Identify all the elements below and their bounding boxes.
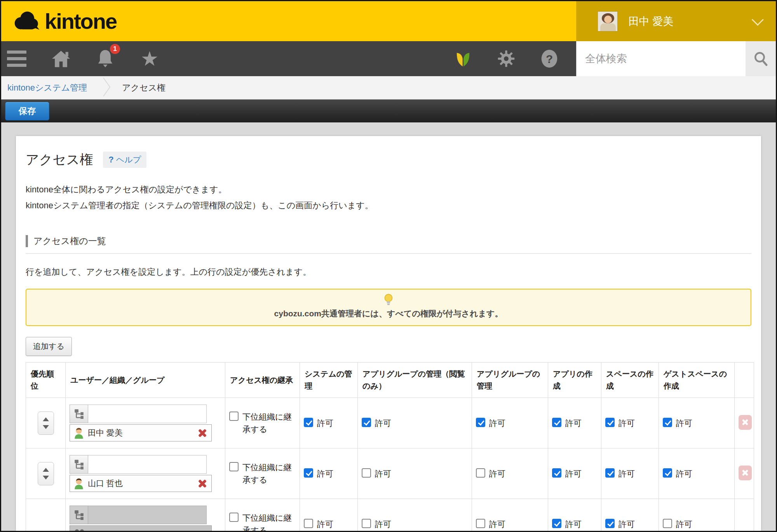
save-button[interactable]: 保存 (5, 102, 49, 120)
section-heading: アクセス権の一覧 (26, 235, 751, 254)
app-create-checkbox[interactable] (552, 519, 561, 528)
search-button[interactable] (746, 41, 776, 76)
table-row: 山口 哲也 下位組織に継承する 許可 許可 許可 (26, 448, 754, 499)
inherit-checkline: 下位組織に継承する (229, 512, 296, 531)
settings-card: アクセス権 ? ヘルプ kintone全体に関わるアクセス権の設定ができます。 … (16, 136, 761, 531)
app-header: kintone 田中 愛美 (1, 1, 776, 41)
search-icon (753, 51, 768, 66)
system-admin-checkbox[interactable] (304, 418, 313, 427)
inherit-checkline: 下位組織に継承する (229, 461, 296, 486)
col-inheritance: アクセス権の継承 (225, 363, 300, 398)
org-select-button[interactable] (70, 455, 88, 474)
user-name: 田中 愛美 (629, 14, 674, 28)
chevron-down-icon (752, 14, 764, 26)
table-row: Everyone 下位組織に継承する 許可 許可 許可 許可 (26, 499, 754, 531)
inherit-checkbox[interactable] (229, 462, 239, 471)
app-group-view-checkbox[interactable] (362, 468, 371, 478)
member-search-input-disabled (88, 506, 207, 524)
delete-row-button[interactable] (739, 466, 752, 480)
action-toolbar: 保存 (1, 99, 776, 122)
app-create-checkbox[interactable] (552, 468, 561, 478)
notifications-bell-icon[interactable]: 1 (94, 48, 116, 70)
kintone-admin-screen: kintone 田中 愛美 1 ★ (0, 0, 777, 532)
member-search-input[interactable] (88, 455, 207, 474)
table-header-row: 優先順位 ユーザー／組織／グループ アクセス権の継承 システムの管理 アプリグル… (26, 363, 754, 398)
getting-started-icon[interactable] (452, 48, 474, 70)
system-admin-checkbox[interactable] (304, 468, 313, 478)
col-space-create: スペースの作成 (601, 363, 659, 398)
selected-entity-chip: Everyone (70, 525, 212, 531)
table-row: 田中 愛美 下位組織に継承する 許可 許可 許可 (26, 398, 754, 448)
breadcrumb-link-system-admin[interactable]: kintoneシステム管理 (7, 82, 87, 94)
org-tree-icon (73, 459, 84, 470)
app-group-admin-checkbox[interactable] (476, 418, 485, 427)
col-app-group-admin: アプリグループの管理 (472, 363, 548, 398)
col-entity: ユーザー／組織／グループ (66, 363, 225, 398)
page-description: kintone全体に関わるアクセス権の設定ができます。 kintoneシステム管… (26, 182, 751, 213)
space-create-checkbox[interactable] (605, 418, 615, 427)
help-link[interactable]: ? ヘルプ (103, 152, 146, 168)
member-search-input[interactable] (88, 405, 207, 423)
kintone-logo[interactable]: kintone (13, 9, 117, 34)
app-group-admin-checkbox[interactable] (476, 468, 485, 478)
notification-count-badge: 1 (110, 44, 120, 54)
remove-entity-icon[interactable] (197, 428, 207, 438)
question-mark-icon: ? (108, 155, 113, 165)
selected-entity-chip: 山口 哲也 (70, 475, 212, 492)
move-up-icon (43, 468, 49, 472)
col-app-create: アプリの作成 (548, 363, 601, 398)
move-up-icon (43, 417, 49, 421)
user-menu[interactable]: 田中 愛美 (576, 1, 776, 41)
inherit-checkbox[interactable] (229, 513, 239, 522)
favorites-star-icon[interactable]: ★ (139, 48, 160, 70)
breadcrumb-separator-icon (103, 77, 111, 99)
move-down-icon (43, 476, 49, 480)
entity-name: Everyone (89, 529, 124, 531)
move-down-icon (43, 425, 49, 429)
space-create-checkbox[interactable] (605, 468, 615, 478)
remove-entity-icon[interactable] (197, 478, 207, 488)
lightbulb-icon (384, 293, 393, 307)
guest-space-create-checkbox[interactable] (663, 468, 672, 478)
admin-notice-box: cybozu.com共通管理者には、すべての権限が付与されます。 (26, 289, 751, 326)
org-select-button[interactable] (70, 405, 88, 423)
guest-space-create-checkbox[interactable] (663, 519, 672, 528)
help-icon[interactable]: ? (538, 48, 560, 70)
guest-space-create-checkbox[interactable] (663, 418, 672, 427)
add-row-button[interactable]: 追加する (26, 337, 72, 356)
cloud-logo-icon (13, 10, 41, 33)
org-select-button (70, 506, 88, 524)
app-group-view-checkbox[interactable] (362, 418, 371, 427)
page-title: アクセス権 (26, 151, 93, 169)
col-guest-space-create: ゲストスペースの作成 (659, 363, 735, 398)
priority-reorder-control[interactable] (38, 462, 54, 485)
access-rights-table: 優先順位 ユーザー／組織／グループ アクセス権の継承 システムの管理 アプリグル… (26, 362, 754, 531)
global-search (576, 41, 776, 76)
app-group-admin-checkbox[interactable] (476, 519, 485, 528)
gear-icon[interactable] (495, 48, 517, 70)
delete-row-button[interactable] (739, 415, 752, 430)
home-icon[interactable] (50, 48, 72, 70)
user-avatar-icon (74, 427, 84, 439)
breadcrumb-current: アクセス権 (122, 82, 166, 94)
col-delete (735, 363, 754, 398)
priority-reorder-control[interactable] (38, 412, 54, 435)
system-admin-checkbox[interactable] (304, 519, 313, 528)
entity-name: 山口 哲也 (88, 478, 123, 489)
breadcrumb: kintoneシステム管理 アクセス権 (1, 76, 776, 99)
space-create-checkbox[interactable] (605, 519, 615, 528)
svg-text:?: ? (546, 52, 553, 65)
selected-entity-chip: 田中 愛美 (70, 424, 212, 441)
inherit-checkline: 下位組織に継承する (229, 411, 296, 435)
logo-text: kintone (45, 9, 117, 34)
app-create-checkbox[interactable] (552, 418, 561, 427)
notice-text: cybozu.com共通管理者には、すべての権限が付与されます。 (274, 308, 503, 319)
entity-name: 田中 愛美 (88, 427, 123, 438)
search-input[interactable] (577, 41, 746, 76)
col-priority: 優先順位 (26, 363, 66, 398)
inherit-checkbox[interactable] (229, 412, 239, 421)
app-group-view-checkbox[interactable] (362, 519, 371, 528)
hamburger-menu-icon[interactable] (6, 48, 28, 70)
group-icon (74, 528, 85, 531)
user-avatar-icon (74, 478, 84, 489)
